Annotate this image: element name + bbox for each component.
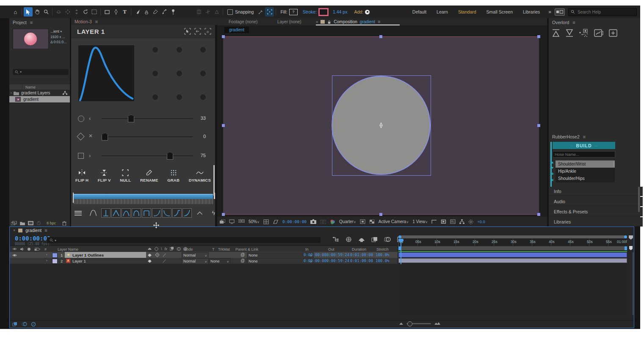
out-column-header[interactable]: Out [328, 247, 334, 251]
comp-flowchart-icon[interactable] [459, 219, 464, 224]
orbit-camera-tool[interactable] [54, 7, 63, 17]
layer-name-column-header[interactable]: Layer Name [58, 247, 78, 251]
anchor-dot[interactable] [177, 94, 182, 100]
time-navigator[interactable] [398, 235, 627, 238]
delete-hose-icon[interactable]: × [551, 178, 554, 182]
select-layer-icon[interactable] [183, 28, 192, 35]
anchor-dot[interactable] [200, 47, 206, 52]
project-item-label[interactable]: gradient Layers [21, 91, 50, 95]
slider-handle[interactable] [167, 152, 173, 160]
anchor-dot[interactable] [200, 94, 206, 100]
add-composition-icon[interactable] [608, 29, 618, 37]
zoom-slider-handle[interactable] [407, 321, 412, 326]
layer-bar-2[interactable] [398, 258, 627, 263]
in-value[interactable]: 0:00:00:00 [304, 253, 326, 257]
always-preview-icon[interactable] [220, 219, 225, 224]
current-time-display[interactable]: 0:00:00:00 [15, 235, 50, 242]
zoom-in-mountains-icon[interactable] [434, 322, 440, 325]
workspace-tab-libraries[interactable]: Libraries [518, 9, 545, 14]
navigator-end-handle[interactable] [624, 235, 627, 238]
slider-value[interactable]: 33 [201, 116, 206, 121]
project-item-folder[interactable]: › gradient Layers [9, 90, 70, 96]
slider-handle[interactable] [102, 133, 108, 141]
hose-list-item-selected[interactable]: Shoulder/Wrist [556, 160, 615, 168]
ease-curve-graph[interactable] [78, 45, 134, 101]
trkmat-column-header[interactable]: TrkMat [218, 247, 230, 251]
playhead-line[interactable] [401, 239, 401, 264]
center-anchor-icon[interactable] [193, 28, 202, 35]
parent-column-header[interactable]: Parent & Link [235, 247, 258, 251]
comp-button-icon[interactable] [628, 246, 633, 251]
shy-switch-icon[interactable] [147, 259, 152, 263]
zoom-out-mountain-icon[interactable] [399, 322, 403, 325]
close-icon[interactable]: × [13, 228, 15, 232]
channels-icon[interactable] [330, 219, 335, 224]
mask-visibility-icon[interactable] [273, 219, 279, 224]
selection-handle[interactable] [379, 213, 382, 216]
circle-mode-icon[interactable] [78, 116, 84, 122]
help-search-box[interactable] [568, 8, 637, 16]
layer-switches[interactable]: ／ [147, 259, 166, 263]
timeline-button-icon[interactable] [450, 219, 456, 224]
home-icon[interactable]: ⌂ [11, 7, 20, 17]
anchor-point-icon[interactable] [378, 122, 384, 128]
hose-name-input[interactable] [553, 151, 615, 157]
stretch-column-header[interactable]: Stretch [376, 247, 389, 251]
primary-viewer-icon[interactable] [229, 219, 235, 224]
stroke-width-value[interactable]: 1.44 px [333, 9, 347, 14]
hose-list-item[interactable]: Shoulder/Hips [556, 175, 615, 182]
dependencies-icon[interactable] [63, 91, 67, 95]
pen-tool[interactable] [111, 7, 120, 17]
pan-behind-tool[interactable] [90, 7, 99, 17]
show-snapshot-icon[interactable] [320, 219, 326, 224]
duration-value[interactable]: 0:01:00:00 [350, 259, 373, 263]
bit-depth-button[interactable]: 8 bpc [47, 221, 56, 225]
workspace-tab-learn[interactable]: Learn [431, 9, 453, 14]
layer-label-swatch[interactable] [52, 259, 58, 264]
new-composition-icon[interactable] [28, 221, 33, 225]
resolution-select[interactable]: Quarter∨ [339, 219, 356, 224]
snapping-checkbox[interactable] [227, 9, 233, 15]
reset-exposure-icon[interactable] [468, 219, 473, 224]
layer-label-swatch[interactable] [52, 253, 58, 258]
project-item-label[interactable]: gradient [23, 97, 39, 102]
magnification-select[interactable]: 50%∨ [249, 219, 260, 224]
dolly-camera-tool[interactable] [72, 7, 81, 17]
region-of-interest-icon[interactable] [360, 219, 365, 224]
overlord-panel-tab[interactable]: Overlord [552, 20, 569, 25]
slider-value[interactable]: 0 [203, 134, 206, 139]
fill-swatch[interactable]: ? [289, 9, 298, 15]
lock-icon[interactable] [327, 20, 331, 24]
snap-to-features-icon[interactable] [265, 7, 274, 17]
motion3-panel-tab[interactable]: Motion-3 [75, 19, 92, 24]
blend-mode-select[interactable]: Normal∨ [182, 258, 209, 264]
panel-menu-icon[interactable]: ≡ [30, 20, 33, 25]
trkmat-select[interactable]: None∨ [209, 258, 231, 264]
mirror-viewer-icon[interactable] [238, 219, 245, 224]
curve-shape-icon[interactable] [89, 209, 97, 217]
workspace-overflow-icon[interactable]: » [545, 9, 555, 15]
angle-right-icon[interactable]: › [89, 152, 91, 159]
preview-item-name[interactable]: ...ient ▾ [50, 29, 62, 33]
clone-stamp-tool[interactable] [142, 7, 151, 17]
brush-tool[interactable] [133, 7, 142, 17]
anchor-dot[interactable] [177, 71, 182, 76]
frame-blend-enable-icon[interactable] [12, 322, 18, 326]
work-area-end[interactable] [625, 246, 627, 250]
slider-track[interactable] [102, 136, 193, 137]
in-column-header[interactable]: In [305, 247, 309, 251]
stretch-value[interactable]: 100.0% [376, 259, 390, 263]
snapshot-icon[interactable] [310, 219, 316, 224]
interpret-footage-icon[interactable] [11, 221, 17, 225]
camera-select[interactable]: Active Camera∨ [379, 219, 409, 224]
hand-tool[interactable] [33, 7, 41, 17]
layer-name[interactable]: Layer 1 [72, 259, 86, 263]
curve-preset-button[interactable] [101, 208, 111, 218]
selection-handle[interactable] [222, 35, 225, 38]
dynamics-button[interactable]: DYNAMICS [189, 169, 211, 187]
graph-editor-enable-icon[interactable] [31, 322, 36, 327]
audio-panel-tab[interactable]: Audio [549, 197, 643, 206]
add-hose-icon[interactable]: + [551, 171, 554, 176]
fast-previews-icon[interactable] [441, 219, 446, 224]
add-property-icon[interactable] [365, 10, 370, 14]
